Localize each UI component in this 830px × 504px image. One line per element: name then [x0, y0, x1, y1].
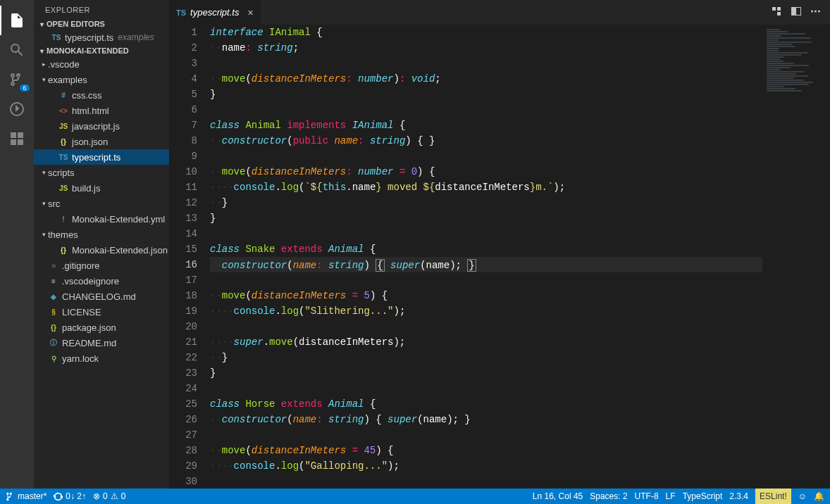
status-feedback[interactable]: ☺ [798, 491, 807, 501]
folder-item[interactable]: ▸.vscode [34, 56, 169, 72]
code-line[interactable]: class Snake extends Animal { [210, 241, 762, 257]
folder-item[interactable]: ▾examples [34, 72, 169, 87]
tab-typescript[interactable]: TS typescript.ts × [169, 0, 261, 25]
status-ts-version[interactable]: 2.3.4 [729, 491, 748, 501]
compare-changes-icon[interactable] [771, 6, 782, 19]
code-line[interactable]: class Animal implements IAnimal { [210, 118, 762, 133]
code-line[interactable]: ··move(distanceInMeters = 45) { [210, 443, 762, 458]
code-line[interactable]: } [210, 210, 762, 226]
file-label: Monokai-Extended.yml [72, 214, 165, 225]
file-item[interactable]: <>html.html [34, 103, 169, 118]
chevron-down-icon: ▾ [39, 200, 48, 207]
typescript-file-icon: TS [176, 8, 186, 17]
file-hint: examples [118, 32, 154, 42]
status-sync[interactable]: 0↓ 2↑ [54, 491, 86, 501]
file-icon: {} [58, 244, 69, 256]
file-item[interactable]: ⚲yarn.lock [34, 351, 169, 366]
code-line[interactable]: interface IAnimal { [210, 25, 762, 40]
folder-label: .vscode [48, 59, 80, 70]
code-line[interactable] [210, 226, 762, 241]
status-eol[interactable]: LF [666, 491, 676, 501]
status-eslint[interactable]: ESLint! [755, 489, 791, 504]
file-label: build.js [72, 183, 100, 194]
activity-scm[interactable]: 6 [0, 65, 34, 94]
status-notifications[interactable]: 🔔 [814, 491, 824, 501]
file-item[interactable]: !Monokai-Extended.yml [34, 211, 169, 227]
split-editor-icon[interactable] [791, 6, 802, 19]
file-label: typescript.ts [65, 32, 113, 43]
file-item[interactable]: #css.css [34, 87, 169, 103]
file-item[interactable]: JSbuild.js [34, 180, 169, 196]
file-item[interactable]: §LICENSE [34, 304, 169, 320]
minimap[interactable] [762, 25, 830, 489]
code-line[interactable]: ··move(distanceInMeters: number): void; [210, 71, 762, 87]
file-item[interactable]: ◆CHANGELOG.md [34, 289, 169, 304]
status-lang[interactable]: TypeScript [683, 491, 723, 501]
file-item[interactable]: {}json.json [34, 134, 169, 149]
code-line[interactable]: ··move(distanceInMeters = 5) { [210, 288, 762, 303]
code-line[interactable]: ··constructor(public name: string) { } [210, 133, 762, 149]
file-item[interactable]: {}Monokai-Extended.json [34, 242, 169, 258]
code-line[interactable]: ····console.log("Slithering..."); [210, 303, 762, 319]
status-spaces[interactable]: Spaces: 2 [590, 491, 627, 501]
code-line[interactable]: ····console.log(`${this.name} moved ${di… [210, 179, 762, 195]
activity-explorer[interactable] [0, 6, 34, 35]
file-icon: ⓘ [48, 337, 59, 348]
file-item[interactable]: ○.gitignore [34, 258, 169, 273]
code-line[interactable]: ··name: string; [210, 40, 762, 56]
folder-item[interactable]: ▾scripts [34, 165, 169, 180]
code-line[interactable] [210, 319, 762, 334]
code-line[interactable] [210, 474, 762, 489]
file-item[interactable]: TStypescript.ts [34, 149, 169, 165]
code-editor[interactable]: 1234567891011121314151617181920212223242… [169, 25, 762, 489]
file-icon: § [48, 306, 59, 317]
code-line[interactable]: ··} [210, 350, 762, 365]
file-label: Monokai-Extended.json [72, 245, 168, 256]
code-line[interactable]: ··} [210, 195, 762, 210]
open-editor-item[interactable]: TStypescript.tsexamples [34, 30, 169, 45]
code-line[interactable] [210, 381, 762, 396]
close-icon[interactable]: × [247, 7, 253, 18]
folder-label: examples [48, 75, 87, 85]
activity-extensions[interactable] [0, 124, 34, 153]
line-gutter: 1234567891011121314151617181920212223242… [169, 25, 210, 489]
code-line[interactable]: ··move(distanceInMeters: number = 0) { [210, 164, 762, 179]
code-line[interactable]: ····super.move(distanceInMeters); [210, 334, 762, 350]
code-line[interactable]: class Horse extends Animal { [210, 396, 762, 412]
code-line[interactable]: ··constructor(name: string) { super(name… [210, 412, 762, 427]
status-branch[interactable]: master* [6, 491, 47, 501]
open-editors-header[interactable]: ▾ OPEN EDITORS [34, 18, 169, 30]
code-line[interactable]: } [210, 87, 762, 102]
file-label: json.json [72, 137, 108, 147]
code-line[interactable] [210, 272, 762, 288]
code-content[interactable]: interface IAnimal {··name: string;··move… [210, 25, 762, 489]
sync-icon [54, 492, 63, 501]
code-line[interactable] [210, 102, 762, 118]
file-icon: {} [48, 322, 59, 333]
code-line[interactable] [210, 427, 762, 443]
code-line[interactable]: ····console.log("Galloping..."); [210, 458, 762, 474]
folder-header[interactable]: ▾ MONOKAI-EXTENDED [34, 45, 169, 56]
status-encoding[interactable]: UTF-8 [635, 491, 659, 501]
file-item[interactable]: JSjavascript.js [34, 118, 169, 134]
activity-search[interactable] [0, 35, 34, 65]
file-icon: JS [58, 182, 69, 194]
file-tree: ▸.vscode▾examples#css.css<>html.htmlJSja… [34, 56, 169, 366]
chevron-right-icon: ▸ [39, 61, 48, 68]
scm-badge: 6 [20, 84, 30, 92]
chevron-down-icon: ▾ [37, 47, 47, 55]
code-line[interactable] [210, 56, 762, 71]
folder-item[interactable]: ▾src [34, 196, 169, 211]
code-line[interactable]: } [210, 365, 762, 381]
activity-debug[interactable] [0, 94, 34, 124]
code-line[interactable]: ··constructor(name: string) { super(name… [210, 257, 762, 272]
code-line[interactable] [210, 149, 762, 164]
file-item[interactable]: {}package.json [34, 320, 169, 335]
status-lncol[interactable]: Ln 16, Col 45 [533, 491, 583, 501]
more-icon[interactable] [810, 6, 822, 19]
folder-item[interactable]: ▾themes [34, 227, 169, 242]
status-problems[interactable]: ⊗ 0 ⚠ 0 [93, 491, 125, 501]
file-item[interactable]: ⓘREADME.md [34, 335, 169, 351]
file-label: typescript.ts [72, 152, 120, 163]
file-item[interactable]: ≡.vscodeignore [34, 273, 169, 289]
